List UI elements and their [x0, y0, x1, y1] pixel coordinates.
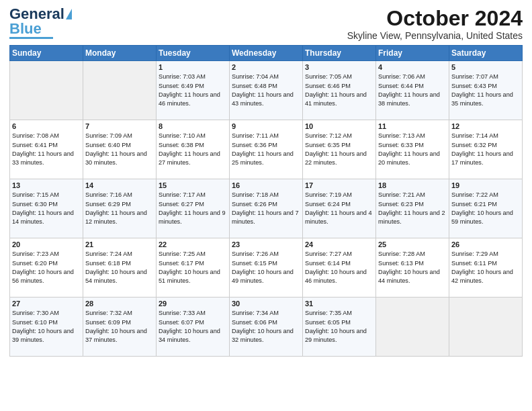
cell-info: Sunrise: 7:23 AMSunset: 6:20 PMDaylight:…	[12, 250, 81, 285]
calendar-cell: 8Sunrise: 7:10 AMSunset: 6:38 PMDaylight…	[157, 120, 230, 179]
calendar-week-4: 20Sunrise: 7:23 AMSunset: 6:20 PMDayligh…	[10, 238, 523, 298]
calendar-cell	[83, 61, 157, 120]
calendar-cell: 24Sunrise: 7:27 AMSunset: 6:14 PMDayligh…	[303, 238, 376, 298]
cell-info: Sunrise: 7:13 AMSunset: 6:33 PMDaylight:…	[378, 132, 447, 167]
weekday-header-monday: Monday	[83, 46, 157, 61]
day-number: 30	[232, 300, 300, 308]
day-number: 9	[232, 122, 300, 130]
calendar-cell: 28Sunrise: 7:32 AMSunset: 6:09 PMDayligh…	[83, 298, 157, 357]
cell-info: Sunrise: 7:03 AMSunset: 6:49 PMDaylight:…	[159, 73, 227, 108]
cell-info: Sunrise: 7:16 AMSunset: 6:29 PMDaylight:…	[85, 191, 154, 226]
cell-info: Sunrise: 7:29 AMSunset: 6:11 PMDaylight:…	[451, 250, 520, 285]
cell-info: Sunrise: 7:10 AMSunset: 6:38 PMDaylight:…	[159, 132, 227, 167]
calendar-cell: 3Sunrise: 7:05 AMSunset: 6:46 PMDaylight…	[303, 61, 376, 120]
cell-info: Sunrise: 7:26 AMSunset: 6:15 PMDaylight:…	[232, 250, 300, 285]
calendar-cell: 30Sunrise: 7:34 AMSunset: 6:06 PMDayligh…	[230, 298, 303, 357]
logo: General Blue	[9, 7, 72, 39]
title-block: October 2024 Skyline View, Pennsylvania,…	[347, 7, 523, 41]
weekday-header-wednesday: Wednesday	[230, 46, 303, 61]
day-number: 1	[159, 63, 227, 71]
day-number: 21	[85, 240, 154, 248]
calendar-cell: 15Sunrise: 7:17 AMSunset: 6:27 PMDayligh…	[157, 179, 230, 238]
calendar-cell: 13Sunrise: 7:15 AMSunset: 6:30 PMDayligh…	[10, 179, 83, 238]
cell-info: Sunrise: 7:33 AMSunset: 6:07 PMDaylight:…	[159, 309, 227, 345]
day-number: 18	[378, 181, 447, 189]
calendar-table: SundayMondayTuesdayWednesdayThursdayFrid…	[9, 45, 523, 357]
day-number: 31	[305, 300, 373, 308]
calendar-cell: 12Sunrise: 7:14 AMSunset: 6:32 PMDayligh…	[449, 120, 523, 179]
cell-info: Sunrise: 7:11 AMSunset: 6:36 PMDaylight:…	[232, 132, 300, 167]
page-container: General Blue October 2024 Skyline View, …	[0, 0, 532, 411]
day-number: 29	[159, 300, 227, 308]
cell-info: Sunrise: 7:34 AMSunset: 6:06 PMDaylight:…	[232, 309, 300, 345]
cell-info: Sunrise: 7:25 AMSunset: 6:17 PMDaylight:…	[159, 250, 227, 285]
calendar-cell: 14Sunrise: 7:16 AMSunset: 6:29 PMDayligh…	[83, 179, 157, 238]
weekday-header-tuesday: Tuesday	[157, 46, 230, 61]
day-number: 22	[159, 240, 227, 248]
cell-info: Sunrise: 7:35 AMSunset: 6:05 PMDaylight:…	[305, 309, 373, 345]
day-number: 15	[159, 181, 227, 189]
weekday-header-thursday: Thursday	[303, 46, 376, 61]
cell-info: Sunrise: 7:24 AMSunset: 6:18 PMDaylight:…	[85, 250, 154, 285]
cell-info: Sunrise: 7:28 AMSunset: 6:13 PMDaylight:…	[378, 250, 447, 285]
cell-info: Sunrise: 7:14 AMSunset: 6:32 PMDaylight:…	[451, 132, 520, 167]
day-number: 17	[305, 181, 373, 189]
cell-info: Sunrise: 7:17 AMSunset: 6:27 PMDaylight:…	[159, 191, 227, 226]
cell-info: Sunrise: 7:21 AMSunset: 6:23 PMDaylight:…	[378, 191, 447, 226]
day-number: 27	[12, 300, 81, 308]
calendar-cell	[376, 298, 449, 357]
day-number: 10	[305, 122, 373, 130]
calendar-cell: 16Sunrise: 7:18 AMSunset: 6:26 PMDayligh…	[230, 179, 303, 238]
calendar-week-2: 6Sunrise: 7:08 AMSunset: 6:41 PMDaylight…	[10, 120, 523, 179]
calendar-week-3: 13Sunrise: 7:15 AMSunset: 6:30 PMDayligh…	[10, 179, 523, 238]
calendar-cell: 5Sunrise: 7:07 AMSunset: 6:43 PMDaylight…	[449, 61, 523, 120]
day-number: 20	[12, 240, 81, 248]
calendar-cell: 29Sunrise: 7:33 AMSunset: 6:07 PMDayligh…	[157, 298, 230, 357]
calendar-cell: 17Sunrise: 7:19 AMSunset: 6:24 PMDayligh…	[303, 179, 376, 238]
logo-blue: Blue	[9, 21, 42, 36]
calendar-cell: 11Sunrise: 7:13 AMSunset: 6:33 PMDayligh…	[376, 120, 449, 179]
calendar-cell	[449, 298, 523, 357]
cell-info: Sunrise: 7:15 AMSunset: 6:30 PMDaylight:…	[12, 191, 81, 226]
cell-info: Sunrise: 7:05 AMSunset: 6:46 PMDaylight:…	[305, 73, 373, 108]
day-number: 23	[232, 240, 300, 248]
day-number: 5	[451, 63, 520, 71]
calendar-cell: 21Sunrise: 7:24 AMSunset: 6:18 PMDayligh…	[83, 238, 157, 298]
weekday-header-friday: Friday	[376, 46, 449, 61]
location-title: Skyline View, Pennsylvania, United State…	[347, 30, 523, 41]
cell-info: Sunrise: 7:32 AMSunset: 6:09 PMDaylight:…	[85, 309, 154, 345]
day-number: 19	[451, 181, 520, 189]
day-number: 12	[451, 122, 520, 130]
cell-info: Sunrise: 7:22 AMSunset: 6:21 PMDaylight:…	[451, 191, 520, 226]
day-number: 6	[12, 122, 81, 130]
header: General Blue October 2024 Skyline View, …	[9, 7, 523, 41]
day-number: 28	[85, 300, 154, 308]
month-title: October 2024	[347, 7, 523, 30]
calendar-cell: 18Sunrise: 7:21 AMSunset: 6:23 PMDayligh…	[376, 179, 449, 238]
cell-info: Sunrise: 7:18 AMSunset: 6:26 PMDaylight:…	[232, 191, 300, 226]
calendar-cell: 2Sunrise: 7:04 AMSunset: 6:48 PMDaylight…	[230, 61, 303, 120]
cell-info: Sunrise: 7:30 AMSunset: 6:10 PMDaylight:…	[12, 309, 81, 345]
calendar-cell: 23Sunrise: 7:26 AMSunset: 6:15 PMDayligh…	[230, 238, 303, 298]
calendar-cell: 9Sunrise: 7:11 AMSunset: 6:36 PMDaylight…	[230, 120, 303, 179]
day-number: 11	[378, 122, 447, 130]
calendar-week-1: 1Sunrise: 7:03 AMSunset: 6:49 PMDaylight…	[10, 61, 523, 120]
day-number: 2	[232, 63, 300, 71]
day-number: 8	[159, 122, 227, 130]
day-number: 24	[305, 240, 373, 248]
calendar-cell: 31Sunrise: 7:35 AMSunset: 6:05 PMDayligh…	[303, 298, 376, 357]
day-number: 7	[85, 122, 154, 130]
calendar-cell: 6Sunrise: 7:08 AMSunset: 6:41 PMDaylight…	[10, 120, 83, 179]
cell-info: Sunrise: 7:08 AMSunset: 6:41 PMDaylight:…	[12, 132, 81, 167]
weekday-header-sunday: Sunday	[10, 46, 83, 61]
calendar-cell: 25Sunrise: 7:28 AMSunset: 6:13 PMDayligh…	[376, 238, 449, 298]
cell-info: Sunrise: 7:27 AMSunset: 6:14 PMDaylight:…	[305, 250, 373, 285]
calendar-cell: 22Sunrise: 7:25 AMSunset: 6:17 PMDayligh…	[157, 238, 230, 298]
cell-info: Sunrise: 7:09 AMSunset: 6:40 PMDaylight:…	[85, 132, 154, 167]
calendar-week-5: 27Sunrise: 7:30 AMSunset: 6:10 PMDayligh…	[10, 298, 523, 357]
cell-info: Sunrise: 7:12 AMSunset: 6:35 PMDaylight:…	[305, 132, 373, 167]
calendar-cell: 7Sunrise: 7:09 AMSunset: 6:40 PMDaylight…	[83, 120, 157, 179]
calendar-cell: 19Sunrise: 7:22 AMSunset: 6:21 PMDayligh…	[449, 179, 523, 238]
calendar-cell: 27Sunrise: 7:30 AMSunset: 6:10 PMDayligh…	[10, 298, 83, 357]
calendar-cell	[10, 61, 83, 120]
